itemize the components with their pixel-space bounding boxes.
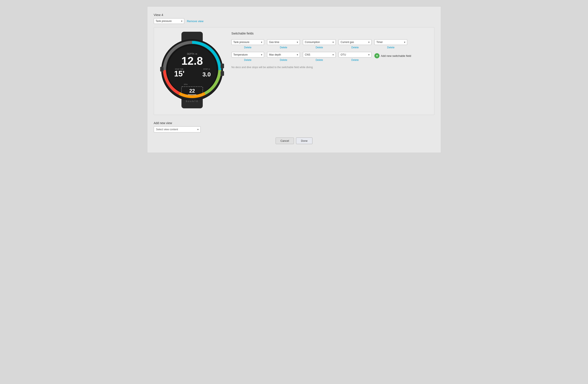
field-dropdown-wrapper-4[interactable]: Tank pressure Gas time Consumption Curre…	[339, 39, 371, 45]
field-dropdown-wrapper-6[interactable]: Tank pressure Gas time Consumption Curre…	[231, 52, 264, 58]
field-item-1: Tank pressure Gas time Consumption Curre…	[231, 39, 264, 49]
svg-text:3.0: 3.0	[202, 71, 211, 78]
action-buttons: Cancel Done	[154, 138, 434, 144]
delete-field-1-button[interactable]: Delete	[231, 46, 264, 49]
view-header: View 4 Tank pressure Compass Depth Dive …	[154, 13, 434, 24]
bottom-section: Add new view Select view content Tank pr…	[154, 121, 434, 144]
field-select-1[interactable]: Tank pressure Gas time Consumption Curre…	[232, 40, 259, 45]
select-view-dropdown-wrapper[interactable]: Select view content Tank pressure Compas…	[154, 126, 201, 132]
dropdown-arrow-9-icon: ▼	[367, 54, 371, 56]
svg-rect-19	[160, 67, 164, 72]
field-dropdown-wrapper-3[interactable]: Tank pressure Gas time Consumption Curre…	[303, 39, 336, 45]
dropdown-arrow-8-icon: ▼	[331, 54, 336, 56]
add-new-view-title: Add new view	[154, 121, 434, 125]
dropdown-arrow-7-icon: ▼	[295, 54, 300, 56]
delete-field-5-button[interactable]: Delete	[374, 46, 407, 49]
dropdown-arrow-5-icon: ▼	[402, 41, 407, 43]
select-view-dropdown-arrow-icon: ▼	[196, 128, 200, 131]
field-select-3[interactable]: Tank pressure Gas time Consumption Curre…	[303, 40, 331, 45]
svg-rect-15	[188, 94, 196, 95]
field-select-6[interactable]: Tank pressure Gas time Consumption Curre…	[232, 52, 259, 57]
add-new-field-button[interactable]: + Add new switchable field	[374, 53, 411, 58]
delete-field-4-button[interactable]: Delete	[339, 46, 371, 49]
select-view-content-select[interactable]: Select view content Tank pressure Compas…	[154, 127, 196, 132]
dropdown-arrow-2-icon: ▼	[295, 41, 300, 43]
delete-field-7-button[interactable]: Delete	[267, 59, 300, 61]
dropdown-arrow-1-icon: ▼	[259, 41, 264, 43]
remove-view-button[interactable]: Remove view	[187, 20, 203, 23]
field-dropdown-wrapper-7[interactable]: Tank pressure Gas time Consumption Curre…	[267, 52, 300, 58]
field-item-8: Tank pressure Gas time Consumption Curre…	[303, 52, 336, 61]
svg-rect-17	[221, 64, 224, 68]
dropdown-arrow-3-icon: ▼	[331, 41, 336, 43]
svg-text:22: 22	[189, 88, 195, 94]
field-dropdown-wrapper-2[interactable]: Tank pressure Gas time Consumption Curre…	[267, 39, 300, 45]
delete-field-6-button[interactable]: Delete	[231, 59, 264, 61]
field-item-7: Tank pressure Gas time Consumption Curre…	[267, 52, 300, 61]
field-select-7[interactable]: Tank pressure Gas time Consumption Curre…	[267, 52, 295, 57]
watch-svg: DEPTH. m 12.8 DIVE TIME STOP. m 15' 3.0 …	[160, 32, 224, 108]
delete-field-8-button[interactable]: Delete	[303, 59, 336, 61]
add-circle-icon: +	[374, 53, 379, 58]
field-select-9[interactable]: Tank pressure Gas time Consumption Curre…	[339, 52, 367, 57]
cancel-button[interactable]: Cancel	[275, 138, 294, 144]
view-content-select[interactable]: Tank pressure Compass Depth Dive time Te…	[154, 19, 180, 24]
svg-rect-18	[221, 71, 224, 76]
field-dropdown-wrapper-5[interactable]: Tank pressure Gas time Consumption Curre…	[374, 39, 407, 45]
watch-display: DEPTH. m 12.8 DIVE TIME STOP. m 15' 3.0 …	[160, 32, 224, 108]
dropdown-arrow-4-icon: ▼	[367, 41, 371, 43]
delete-field-2-button[interactable]: Delete	[267, 46, 300, 49]
delete-field-9-button[interactable]: Delete	[339, 59, 371, 61]
watch-image-container: DEPTH. m 12.8 DIVE TIME STOP. m 15' 3.0 …	[159, 32, 225, 108]
field-select-8[interactable]: Tank pressure Gas time Consumption Curre…	[303, 52, 331, 57]
svg-text:STOP. m: STOP. m	[203, 68, 210, 70]
svg-text:12.8: 12.8	[181, 55, 203, 67]
field-item-2: Tank pressure Gas time Consumption Curre…	[267, 39, 300, 49]
field-item-9: Tank pressure Gas time Consumption Curre…	[339, 52, 371, 61]
field-select-5[interactable]: Tank pressure Gas time Consumption Curre…	[375, 40, 402, 45]
svg-text:OTU: OTU	[184, 83, 188, 85]
field-item-3: Tank pressure Gas time Consumption Curre…	[303, 39, 336, 49]
view-title: View 4	[154, 13, 434, 17]
field-select-4[interactable]: Tank pressure Gas time Consumption Curre…	[339, 40, 367, 45]
svg-text:15': 15'	[174, 69, 184, 78]
field-dropdown-wrapper-9[interactable]: Tank pressure Gas time Consumption Curre…	[339, 52, 371, 58]
fields-row-1: Tank pressure Gas time Consumption Curre…	[231, 39, 429, 49]
fields-row-2: Tank pressure Gas time Consumption Curre…	[231, 52, 429, 61]
switchable-fields-title: Switchable fields	[231, 32, 429, 35]
no-deco-note: No deco and dive stops will be added to …	[231, 66, 429, 69]
field-dropdown-wrapper-8[interactable]: Tank pressure Gas time Consumption Curre…	[303, 52, 336, 58]
view-content-area: DEPTH. m 12.8 DIVE TIME STOP. m 15' 3.0 …	[154, 27, 434, 115]
done-button[interactable]: Done	[296, 138, 313, 144]
dropdown-arrow-6-icon: ▼	[259, 54, 264, 56]
fields-area: Switchable fields Tank pressure Gas time…	[231, 32, 429, 69]
main-container: View 4 Tank pressure Compass Depth Dive …	[147, 6, 441, 153]
view-header-row: Tank pressure Compass Depth Dive time Te…	[154, 18, 434, 24]
dropdown-arrow-icon: ▼	[180, 20, 184, 22]
add-new-field-item: + Add new switchable field	[374, 52, 411, 58]
field-item-6: Tank pressure Gas time Consumption Curre…	[231, 52, 264, 61]
svg-text:SUUNTO: SUUNTO	[186, 100, 198, 102]
view-content-dropdown-wrapper[interactable]: Tank pressure Compass Depth Dive time Te…	[154, 18, 184, 24]
delete-field-3-button[interactable]: Delete	[303, 46, 336, 49]
add-new-field-label: Add new switchable field	[381, 54, 411, 58]
field-select-2[interactable]: Tank pressure Gas time Consumption Curre…	[267, 40, 295, 45]
field-item-5: Tank pressure Gas time Consumption Curre…	[374, 39, 407, 49]
field-dropdown-wrapper-1[interactable]: Tank pressure Gas time Consumption Curre…	[231, 39, 264, 45]
field-item-4: Tank pressure Gas time Consumption Curre…	[339, 39, 371, 49]
